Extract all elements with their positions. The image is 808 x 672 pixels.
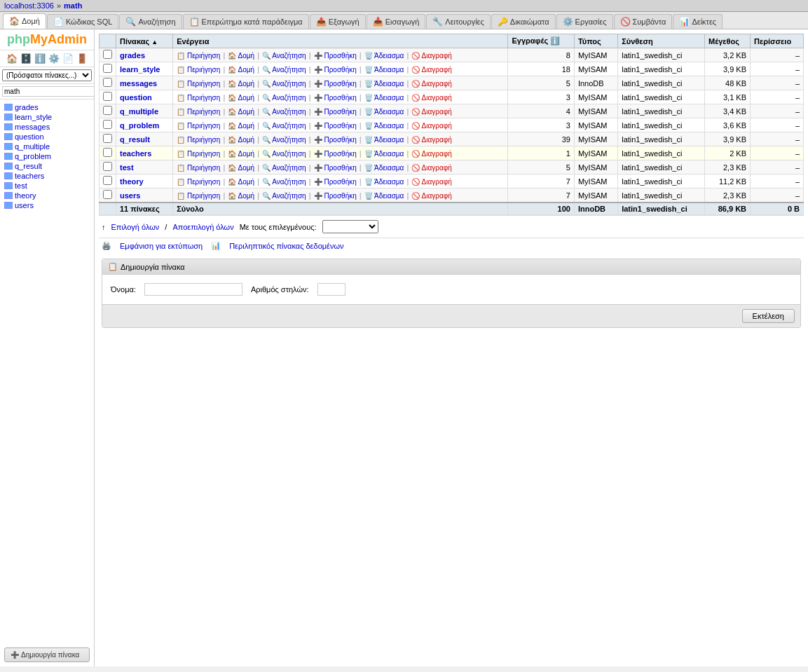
prosthiki-link-test[interactable]: ➕ Προσθήκη — [314, 164, 357, 172]
table-link-q_problem[interactable]: q_problem — [120, 121, 159, 130]
settings-icon[interactable]: ⚙️ — [48, 53, 60, 64]
anazitisi-link-theory[interactable]: 🔍 Αναζήτηση — [262, 178, 306, 186]
checkbox-grades[interactable] — [103, 50, 112, 59]
checkbox-q_multiple[interactable] — [103, 106, 112, 115]
sidebar-table-item-messages[interactable]: messages — [0, 122, 94, 132]
data-overview-link[interactable]: Περιληπτικός πίνακας δεδομένων — [229, 242, 343, 250]
anazitisi-link-learn_style[interactable]: 🔍 Αναζήτηση — [262, 66, 306, 74]
diagrafi-link-users[interactable]: 🚫 Διαγραφή — [411, 192, 451, 200]
diagrafi-link-q_result[interactable]: 🚫 Διαγραφή — [411, 136, 451, 144]
row-checkbox-learn_style[interactable] — [100, 62, 116, 76]
row-checkbox-q_multiple[interactable] — [100, 104, 116, 118]
cols-count-input[interactable] — [317, 283, 345, 296]
adeiasmata-link-learn_style[interactable]: 🗑️ Άδειασμα — [364, 66, 404, 74]
row-checkbox-teachers[interactable] — [100, 146, 116, 160]
anazitisi-link-q_multiple[interactable]: 🔍 Αναζήτηση — [262, 108, 306, 116]
diagrafi-link-q_problem[interactable]: 🚫 Διαγραφή — [411, 122, 451, 130]
periigisi-link-messages[interactable]: 📋 Περιήγηση — [177, 80, 220, 88]
table-link-question[interactable]: question — [120, 93, 152, 102]
diagrafi-link-q_multiple[interactable]: 🚫 Διαγραφή — [411, 108, 451, 116]
row-checkbox-users[interactable] — [100, 188, 116, 203]
docs-icon[interactable]: 📄 — [62, 53, 74, 64]
periigisi-link-learn_style[interactable]: 📋 Περιήγηση — [177, 66, 220, 74]
anazitisi-link-messages[interactable]: 🔍 Αναζήτηση — [262, 80, 306, 88]
diagrafi-link-grades[interactable]: 🚫 Διαγραφή — [411, 52, 451, 60]
navtab-exagogh[interactable]: 📤Εξαγωγή — [310, 14, 366, 29]
row-checkbox-q_result[interactable] — [100, 132, 116, 146]
navtab-ergasies[interactable]: ⚙️Εργασίες — [556, 14, 613, 29]
prosthiki-link-theory[interactable]: ➕ Προσθήκη — [314, 178, 357, 186]
checkbox-question[interactable] — [103, 92, 112, 101]
anazitisi-link-test[interactable]: 🔍 Αναζήτηση — [262, 164, 306, 172]
recent-tables-select[interactable]: (Πρόσφατοι πίνακες...) — [2, 69, 92, 81]
home-icon[interactable]: 🏠 — [6, 53, 18, 64]
db-icon[interactable]: 🗄️ — [20, 53, 32, 64]
navtab-dikaiomata[interactable]: 🔑Δικαιώματα — [491, 14, 556, 29]
anazitisi-link-q_result[interactable]: 🔍 Αναζήτηση — [262, 136, 306, 144]
info-icon[interactable]: ℹ️ — [34, 53, 46, 64]
adeiasmata-link-question[interactable]: 🗑️ Άδειασμα — [364, 94, 404, 102]
table-link-test[interactable]: test — [120, 163, 134, 172]
sidebar-table-item-users[interactable]: users — [0, 200, 94, 210]
checkbox-users[interactable] — [103, 190, 112, 199]
adeiasmata-link-messages[interactable]: 🗑️ Άδειασμα — [364, 80, 404, 88]
diagrafi-link-theory[interactable]: 🚫 Διαγραφή — [411, 178, 451, 186]
periigisi-link-teachers[interactable]: 📋 Περιήγηση — [177, 150, 220, 158]
periigisi-link-grades[interactable]: 📋 Περιήγηση — [177, 52, 220, 60]
row-checkbox-question[interactable] — [100, 90, 116, 104]
domi-link-q_problem[interactable]: 🏠 Δομή — [228, 122, 254, 130]
sidebar-table-item-grades[interactable]: grades — [0, 102, 94, 112]
adeiasmata-link-users[interactable]: 🗑️ Άδειασμα — [364, 192, 404, 200]
sidebar-table-item-q_result[interactable]: q_result — [0, 161, 94, 171]
checkbox-teachers[interactable] — [103, 148, 112, 157]
table-link-users[interactable]: users — [120, 191, 140, 200]
table-link-theory[interactable]: theory — [120, 177, 144, 186]
sidebar-table-item-theory[interactable]: theory — [0, 191, 94, 200]
domi-link-q_multiple[interactable]: 🏠 Δομή — [228, 108, 254, 116]
sidebar-table-item-q_problem[interactable]: q_problem — [0, 151, 94, 161]
anazitisi-link-teachers[interactable]: 🔍 Αναζήτηση — [262, 150, 306, 158]
sidebar-table-item-question[interactable]: question — [0, 132, 94, 142]
navtab-deiktes[interactable]: 📊Δείκτες — [673, 14, 723, 29]
navtab-eisagogh[interactable]: 📥Εισαγωγή — [367, 14, 426, 29]
checkbox-theory[interactable] — [103, 176, 112, 185]
navtab-anazitisi[interactable]: 🔍Αναζήτηση — [119, 14, 182, 29]
table-link-grades[interactable]: grades — [120, 51, 145, 60]
prosthiki-link-question[interactable]: ➕ Προσθήκη — [314, 94, 357, 102]
checkbox-test[interactable] — [103, 162, 112, 171]
periigisi-link-users[interactable]: 📋 Περιήγηση — [177, 192, 220, 200]
adeiasmata-link-teachers[interactable]: 🗑️ Άδειασμα — [364, 150, 404, 158]
table-link-learn_style[interactable]: learn_style — [120, 65, 160, 74]
anazitisi-link-q_problem[interactable]: 🔍 Αναζήτηση — [262, 122, 306, 130]
prosthiki-link-teachers[interactable]: ➕ Προσθήκη — [314, 150, 357, 158]
adeiasmata-link-q_problem[interactable]: 🗑️ Άδειασμα — [364, 122, 404, 130]
recent-tables-dropdown[interactable]: (Πρόσφατοι πίνακες...) — [0, 67, 94, 84]
diagrafi-link-question[interactable]: 🚫 Διαγραφή — [411, 94, 451, 102]
periigisi-link-test[interactable]: 📋 Περιήγηση — [177, 164, 220, 172]
header-eggrafes[interactable]: Εγγραφές ℹ️ — [508, 34, 575, 48]
execute-button[interactable]: Εκτέλεση — [742, 309, 795, 323]
domi-link-q_result[interactable]: 🏠 Δομή — [228, 136, 254, 144]
table-link-messages[interactable]: messages — [120, 79, 157, 88]
navtab-eperoitima[interactable]: 📋Επερώτημα κατά παράδειγμα — [183, 14, 309, 29]
navtab-sql[interactable]: 📄Κώδικας SQL — [47, 14, 118, 29]
adeiasmata-link-test[interactable]: 🗑️ Άδειασμα — [364, 164, 404, 172]
sidebar-table-item-learn_style[interactable]: learn_style — [0, 112, 94, 122]
domi-link-messages[interactable]: 🏠 Δομή — [228, 80, 254, 88]
server-link[interactable]: localhost:3306 — [4, 1, 54, 10]
sidebar-table-item-q_multiple[interactable]: q_multiple — [0, 142, 94, 151]
periigisi-link-theory[interactable]: 📋 Περιήγηση — [177, 178, 220, 186]
diagrafi-link-learn_style[interactable]: 🚫 Διαγραφή — [411, 66, 451, 74]
print-link[interactable]: Εμφάνιση για εκτύπωση — [120, 242, 203, 250]
header-pinakas[interactable]: Πίνακας ▲ — [116, 34, 173, 48]
navtab-domi[interactable]: 🏠Δομή — [3, 13, 46, 29]
prosthiki-link-messages[interactable]: ➕ Προσθήκη — [314, 80, 357, 88]
prosthiki-link-q_problem[interactable]: ➕ Προσθήκη — [314, 122, 357, 130]
periigisi-link-q_result[interactable]: 📋 Περιήγηση — [177, 136, 220, 144]
adeiasmata-link-grades[interactable]: 🗑️ Άδειασμα — [364, 52, 404, 60]
row-checkbox-messages[interactable] — [100, 76, 116, 90]
adeiasmata-link-q_result[interactable]: 🗑️ Άδειασμα — [364, 136, 404, 144]
domi-link-grades[interactable]: 🏠 Δομή — [228, 52, 254, 60]
logout-icon[interactable]: 🚪 — [76, 53, 88, 64]
prosthiki-link-q_result[interactable]: ➕ Προσθήκη — [314, 136, 357, 144]
